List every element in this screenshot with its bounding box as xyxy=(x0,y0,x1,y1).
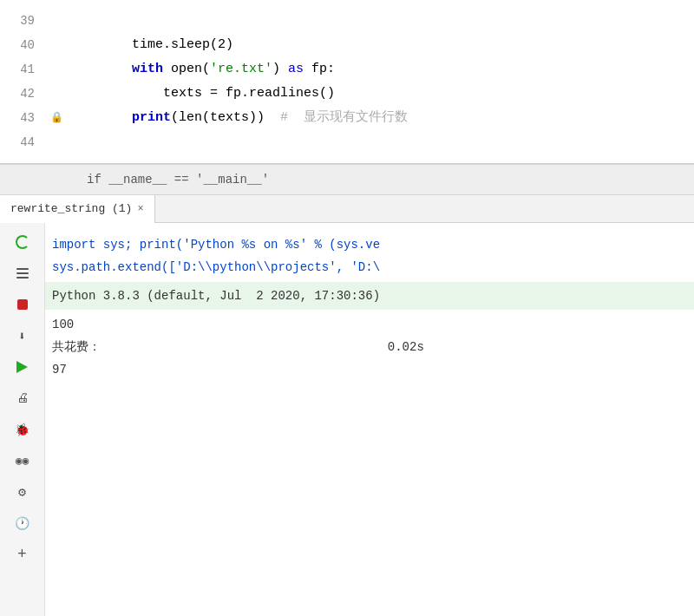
add-icon: + xyxy=(17,546,27,563)
line-gutter: 🔒 xyxy=(48,106,65,130)
console-python-version-line: Python 3.8.3 (default, Jul 2 2020, 17:30… xyxy=(45,282,694,310)
debug-icon: 🐞 xyxy=(15,423,29,437)
tab-bar: rewrite_string (1) × xyxy=(0,195,694,223)
code-line: 40 time.sleep(2) xyxy=(0,33,694,57)
stop-icon xyxy=(17,299,28,310)
line-number: 40 xyxy=(0,33,48,57)
format-icon xyxy=(16,268,29,279)
tab-close-icon[interactable]: × xyxy=(137,203,143,215)
download-button[interactable]: ⬇ xyxy=(7,324,38,348)
console-output-97-text: 97 xyxy=(52,358,694,381)
left-toolbar: ⬇ 🖨 🐞 ◉◉ ⚙ 🕐 + xyxy=(0,223,45,616)
run-icon xyxy=(16,361,28,373)
code-content: print(len(texts)) # 显示现有文件行数 xyxy=(65,106,694,130)
glasses-icon: ◉◉ xyxy=(16,454,29,468)
code-content: texts = fp.readlines() xyxy=(65,82,694,106)
code-line: 43 🔒 print(len(texts)) # 显示现有文件行数 xyxy=(0,106,694,130)
code-line: 42 texts = fp.readlines() xyxy=(0,82,694,106)
line-number: 41 xyxy=(0,57,48,82)
console-output-100-text: 100 xyxy=(52,313,694,336)
run-button[interactable] xyxy=(7,355,38,379)
tab-label: rewrite_string (1) xyxy=(10,202,132,215)
code-line: 44 xyxy=(0,130,694,154)
tab-rewrite-string[interactable]: rewrite_string (1) × xyxy=(0,195,155,223)
reload-icon xyxy=(16,235,29,249)
format-button[interactable] xyxy=(7,261,38,285)
code-lines: 39 40 time.sleep(2) 41 with open('re.txt… xyxy=(0,0,694,163)
print-button[interactable]: 🖨 xyxy=(7,386,38,410)
code-line: 41 with open('re.txt') as fp: xyxy=(0,57,694,82)
console-cost-label: 共花费： xyxy=(52,336,373,358)
console-import-line: import sys; print('Python %s on %s' % (s… xyxy=(45,230,694,256)
code-content: with open('re.txt') as fp: xyxy=(65,57,694,82)
line-number: 42 xyxy=(0,82,48,106)
console-python-version-text: Python 3.8.3 (default, Jul 2 2020, 17:30… xyxy=(52,285,694,307)
console-area: ⬇ 🖨 🐞 ◉◉ ⚙ 🕐 + xyxy=(0,223,694,616)
code-content: time.sleep(2) xyxy=(65,33,694,57)
stop-button[interactable] xyxy=(7,292,38,317)
clock-button[interactable]: 🕐 xyxy=(7,511,38,535)
console-icons-row: import sys; print('Python %s on %s' % (s… xyxy=(45,223,694,388)
console-cost-value: 0.02s xyxy=(373,336,694,358)
console-syspath-line: sys.path.extend(['D:\\python\\projects',… xyxy=(45,256,694,282)
debug-button[interactable]: 🐞 xyxy=(7,417,38,442)
settings-button[interactable]: ⚙ xyxy=(7,480,38,504)
clock-icon: 🕐 xyxy=(15,516,29,531)
separator-bar: if __name__ == '__main__' xyxy=(0,164,694,195)
console-syspath-text: sys.path.extend(['D:\\python\\projects',… xyxy=(52,256,694,279)
print-icon: 🖨 xyxy=(16,391,29,405)
console-cost-line: 共花费： 0.02s xyxy=(45,336,694,358)
line-number: 39 xyxy=(0,9,48,33)
reload-button[interactable] xyxy=(7,230,38,254)
editor-area: 39 40 time.sleep(2) 41 with open('re.txt… xyxy=(0,0,694,164)
code-line: 39 xyxy=(0,9,694,33)
console-output-97-line: 97 xyxy=(45,358,694,381)
line-number: 43 xyxy=(0,106,48,130)
glasses-button[interactable]: ◉◉ xyxy=(7,449,38,473)
console-import-text: import sys; print('Python %s on %s' % (s… xyxy=(52,233,694,256)
separator-text: if __name__ == '__main__' xyxy=(87,173,269,187)
settings-icon: ⚙ xyxy=(18,484,26,501)
add-button[interactable]: + xyxy=(7,542,38,567)
breakpoint-icon: 🔒 xyxy=(50,106,63,130)
download-icon: ⬇ xyxy=(18,329,25,344)
console-output: import sys; print('Python %s on %s' % (s… xyxy=(45,223,694,616)
line-number: 44 xyxy=(0,130,48,154)
console-output-100-line: 100 xyxy=(45,310,694,336)
